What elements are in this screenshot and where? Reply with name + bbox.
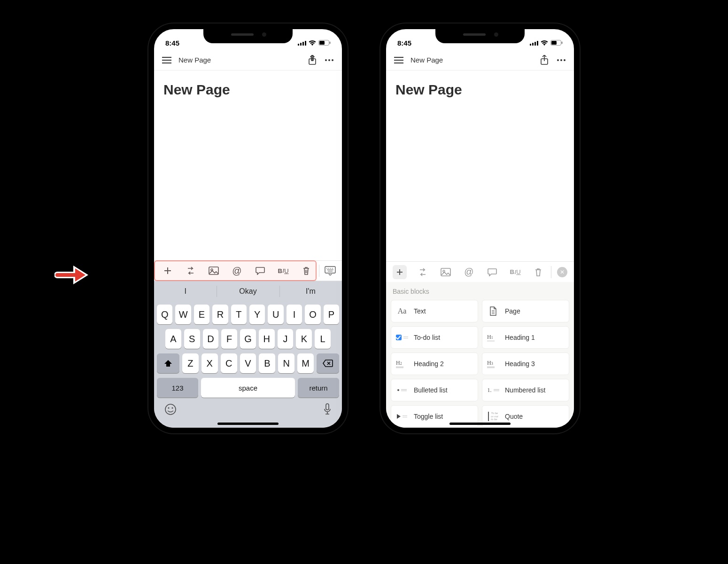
add-block-button[interactable] bbox=[156, 261, 179, 281]
signal-icon bbox=[530, 40, 538, 46]
share-icon[interactable] bbox=[539, 55, 550, 65]
prediction-0[interactable]: I bbox=[154, 281, 217, 302]
home-indicator[interactable] bbox=[449, 423, 511, 425]
key[interactable]: E bbox=[194, 305, 209, 324]
prediction-row: I Okay I'm bbox=[154, 281, 342, 302]
delete-button[interactable] bbox=[295, 261, 318, 281]
block-bullet[interactable]: Bulleted list bbox=[391, 379, 478, 401]
add-block-button[interactable] bbox=[388, 262, 411, 282]
key-row-bottom: 123 space return bbox=[157, 378, 339, 398]
ios-keyboard: I Okay I'm Q W E R T Y U I O P A bbox=[154, 281, 342, 428]
close-panel-button[interactable]: ✕ bbox=[552, 262, 572, 282]
wifi-icon bbox=[309, 40, 316, 46]
menu-icon[interactable] bbox=[162, 55, 172, 65]
backspace-key[interactable] bbox=[317, 353, 339, 373]
block-todo[interactable]: To-do list bbox=[391, 326, 478, 349]
delete-button[interactable] bbox=[527, 262, 550, 282]
emoji-key[interactable] bbox=[164, 403, 177, 417]
battery-icon bbox=[550, 40, 563, 46]
block-h2[interactable]: H2 Heading 2 bbox=[391, 352, 478, 375]
mention-button[interactable]: @ bbox=[225, 261, 248, 281]
block-text[interactable]: Aa Text bbox=[391, 300, 478, 322]
svg-point-13 bbox=[332, 59, 333, 61]
key[interactable]: Z bbox=[182, 353, 199, 373]
svg-point-48 bbox=[564, 59, 565, 61]
more-icon[interactable] bbox=[324, 55, 334, 65]
turn-into-button[interactable] bbox=[411, 262, 434, 282]
home-indicator[interactable] bbox=[217, 423, 279, 425]
block-h1[interactable]: H1 Heading 1 bbox=[482, 326, 569, 349]
prediction-2[interactable]: I'm bbox=[279, 281, 342, 302]
block-label: Heading 2 bbox=[414, 360, 444, 368]
svg-rect-38 bbox=[537, 41, 538, 46]
mic-key[interactable] bbox=[323, 403, 332, 417]
block-label: Page bbox=[505, 307, 520, 315]
svg-rect-41 bbox=[562, 42, 563, 44]
block-label: Text bbox=[414, 307, 426, 315]
nav-bar: New Page bbox=[154, 50, 342, 70]
menu-icon[interactable] bbox=[394, 55, 404, 65]
key[interactable]: X bbox=[201, 353, 218, 373]
key[interactable]: I bbox=[287, 305, 302, 324]
share-icon[interactable] bbox=[307, 55, 318, 65]
prediction-1[interactable]: Okay bbox=[217, 281, 279, 302]
page-title[interactable]: New Page bbox=[386, 70, 574, 109]
image-button[interactable] bbox=[434, 262, 457, 282]
space-key[interactable]: space bbox=[201, 378, 295, 398]
page-title[interactable]: New Page bbox=[154, 70, 342, 109]
key[interactable]: L bbox=[315, 329, 331, 349]
numbers-key[interactable]: 123 bbox=[157, 378, 198, 398]
mention-button[interactable]: @ bbox=[457, 262, 480, 282]
comment-button[interactable] bbox=[248, 261, 271, 281]
key[interactable]: F bbox=[221, 329, 237, 349]
block-h3[interactable]: H3 Heading 3 bbox=[482, 352, 569, 375]
key[interactable]: A bbox=[165, 329, 181, 349]
signal-icon bbox=[298, 40, 306, 46]
key-row-1: Q W E R T Y U I O P bbox=[157, 305, 339, 324]
key[interactable]: T bbox=[231, 305, 247, 324]
comment-button[interactable] bbox=[480, 262, 503, 282]
nav-bar: New Page bbox=[386, 50, 574, 70]
svg-rect-3 bbox=[305, 41, 306, 46]
key[interactable]: O bbox=[305, 305, 320, 324]
heading2-icon: H2 bbox=[396, 358, 408, 370]
key[interactable]: C bbox=[221, 353, 237, 373]
turn-into-button[interactable] bbox=[179, 261, 202, 281]
key[interactable]: M bbox=[297, 353, 314, 373]
key[interactable]: V bbox=[240, 353, 256, 373]
toggle-icon bbox=[396, 410, 408, 423]
key[interactable]: J bbox=[278, 329, 294, 349]
key[interactable]: N bbox=[278, 353, 294, 373]
key[interactable]: Q bbox=[157, 305, 172, 324]
text-style-button[interactable]: BIU bbox=[271, 261, 294, 281]
block-numbered[interactable]: 1. Numbered list bbox=[482, 379, 569, 401]
text-icon: Aa bbox=[396, 305, 408, 317]
dismiss-keyboard-button[interactable] bbox=[320, 260, 340, 281]
key[interactable]: U bbox=[268, 305, 283, 324]
blocks-panel: Basic blocks Aa Text Page To-do list H1 … bbox=[386, 282, 574, 428]
image-button[interactable] bbox=[202, 261, 225, 281]
svg-point-31 bbox=[172, 407, 173, 409]
wifi-icon bbox=[541, 40, 548, 46]
svg-rect-1 bbox=[300, 43, 302, 46]
key[interactable]: G bbox=[240, 329, 256, 349]
return-key[interactable]: return bbox=[298, 378, 339, 398]
key[interactable]: S bbox=[184, 329, 200, 349]
phone-left: 8:45 New Page bbox=[148, 24, 348, 433]
text-style-button[interactable]: BIU bbox=[503, 262, 527, 282]
key[interactable]: B bbox=[259, 353, 275, 373]
key[interactable]: R bbox=[212, 305, 228, 324]
block-page[interactable]: Page bbox=[482, 300, 569, 322]
key[interactable]: P bbox=[324, 305, 339, 324]
more-icon[interactable] bbox=[556, 55, 566, 65]
bullet-icon bbox=[396, 384, 408, 396]
key[interactable]: H bbox=[259, 329, 275, 349]
battery-icon bbox=[318, 40, 331, 46]
key[interactable]: Y bbox=[249, 305, 265, 324]
key[interactable]: D bbox=[203, 329, 219, 349]
block-label: Heading 3 bbox=[505, 360, 535, 368]
key[interactable]: W bbox=[175, 305, 191, 324]
key[interactable]: K bbox=[296, 329, 312, 349]
shift-key[interactable] bbox=[157, 353, 179, 373]
panel-title: Basic blocks bbox=[393, 288, 567, 295]
